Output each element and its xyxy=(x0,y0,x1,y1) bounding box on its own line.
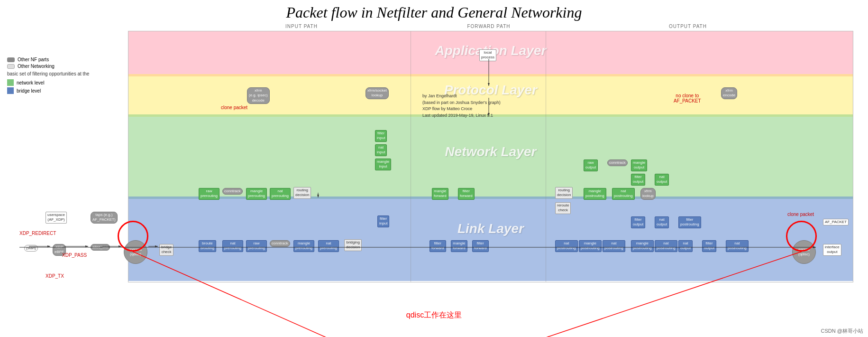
watermark: CSDN @林哥小站 xyxy=(821,328,863,335)
input-path-header: INPUT PATH xyxy=(200,24,403,29)
routing-decision-net: routingdecision xyxy=(293,187,311,199)
bridging-decision: bridgingdecision xyxy=(344,239,362,251)
mangle-input: mangleinput xyxy=(375,159,391,170)
clone-packet-left: clone packet xyxy=(221,105,247,110)
legend-networking: Other Networking xyxy=(18,64,55,69)
nat-prerouting-link2: natprerouting xyxy=(318,240,339,252)
start-node: (start) xyxy=(24,245,38,252)
filter-input: filterinput xyxy=(375,130,387,142)
raw-output: rawoutput xyxy=(584,159,598,171)
xfrm-decode: xfrm(e.g. ipsec)decode xyxy=(247,87,270,104)
conntrack-prerouting: conntrack xyxy=(222,188,243,195)
userspace-afxdp: userspace(AF_XDP) xyxy=(46,212,67,224)
credit-block: by Jan Engelhardt (based in part on Josh… xyxy=(422,93,501,119)
legend-network-level: network level xyxy=(17,80,44,85)
reroute-check: reroutecheck xyxy=(555,202,571,214)
alloc-skb: alloc_skb xyxy=(91,244,110,251)
filter-forward-link2: filterforward xyxy=(472,240,489,252)
network-layer-bg xyxy=(128,114,853,199)
no-clone-label: no clone toAF_PACKET xyxy=(674,93,701,103)
xfrm-socket-lookup: xfrm/socketlookup xyxy=(365,87,389,99)
diagram-wrapper: Other NF parts Other Networking basic se… xyxy=(0,26,868,330)
nat-postrouting-net: natpostrouting xyxy=(612,188,635,200)
qdisc-bottom-label: qdisc工作在这里 xyxy=(406,310,462,320)
filter-output-link: filteroutput xyxy=(631,216,645,228)
mangle-postrouting-link2: manglepostrouting xyxy=(631,240,654,252)
mangle-prerouting-link: mangleprerouting xyxy=(293,240,314,252)
divider-1 xyxy=(411,31,411,282)
nat-input: natinput xyxy=(375,144,387,156)
bridge-check: bridgecheck xyxy=(159,244,174,256)
nat-postrouting-link2: natpostrouting xyxy=(603,240,625,252)
legend-text: basic set of filtering opportunities at … xyxy=(7,71,89,77)
legend: Other NF parts Other Networking basic se… xyxy=(7,57,89,95)
xdp-pass-label: XDP_PASS xyxy=(62,253,87,258)
interface-output: interfaceoutput xyxy=(823,244,841,256)
main-title: Packet flow in Netfilter and General Net… xyxy=(0,0,868,21)
broute-brouting: broutebrouting xyxy=(199,240,216,252)
legend-bridge-level: bridge level xyxy=(17,88,41,94)
mangle-forward-link: mangleforward xyxy=(451,240,467,252)
filter-output-net: filteroutput xyxy=(631,174,645,186)
routing-decision-out: routingdecision xyxy=(555,187,573,199)
conntrack-output: conntrack xyxy=(607,159,628,166)
filter-postrouting-link: filterpostrouting xyxy=(678,216,701,228)
local-process: localprocess xyxy=(479,49,496,61)
mangle-postrouting-net: manglepostrouting xyxy=(584,188,606,200)
raw-prerouting: rawprerouting xyxy=(199,188,219,200)
legend-nf-parts: Other NF parts xyxy=(18,57,49,62)
xfrm-encode: xfrmencode xyxy=(721,87,737,99)
filter-output-link2: filteroutput xyxy=(702,240,716,252)
nat-postrouting-link4: natpostrouting xyxy=(726,240,749,252)
xfrm-lookup: xfrmlookup xyxy=(640,188,656,200)
diagram-area: Application Layer Protocol Layer Network… xyxy=(128,31,853,282)
forward-path-header: FORWARD PATH xyxy=(427,24,550,29)
taps-afpacket: taps (e.g.)AF_PACKET) xyxy=(91,212,118,224)
mangle-forward-net: mangleforward xyxy=(432,188,448,200)
af-packet-right: AF_PACKET xyxy=(823,219,849,225)
output-path-header: OUTPUT PATH xyxy=(569,24,806,29)
raw-prerouting-link: rawprerouting xyxy=(246,240,267,252)
conntrack-link: conntrack xyxy=(270,240,290,247)
filter-forward-link: filterforward xyxy=(429,240,446,252)
nat-output-link: natoutput xyxy=(655,216,669,228)
clone-packet-right: clone packet xyxy=(787,212,814,217)
egress-qdisc: egress(qdisc) xyxy=(792,240,816,264)
nat-prerouting: natprerouting xyxy=(270,188,291,200)
mangle-postrouting-link: manglepostrouting xyxy=(579,240,602,252)
ingress-qdisc: ingress(qdisc) xyxy=(124,240,147,264)
nat-postrouting-link3: natpostrouting xyxy=(655,240,677,252)
mangle-prerouting: mangleprerouting xyxy=(246,188,267,200)
nat-prerouting-link: natprerouting xyxy=(222,240,243,252)
nat-output-net: natoutput xyxy=(655,174,669,186)
nat-output-link2: natoutput xyxy=(678,240,693,252)
nat-postrouting-link: natpostrouting xyxy=(555,240,578,252)
link-layer-bg xyxy=(128,197,853,281)
filter-input-link: filterinput xyxy=(377,215,389,227)
divider-2 xyxy=(546,31,546,282)
mangle-output-net: mangleoutput xyxy=(631,159,647,171)
filter-forward-net: filterforward xyxy=(458,188,475,200)
xdp-tx-label: XDP_TX xyxy=(46,273,64,279)
xdp-redirect-label: XDP_REDIRECT xyxy=(19,231,56,236)
